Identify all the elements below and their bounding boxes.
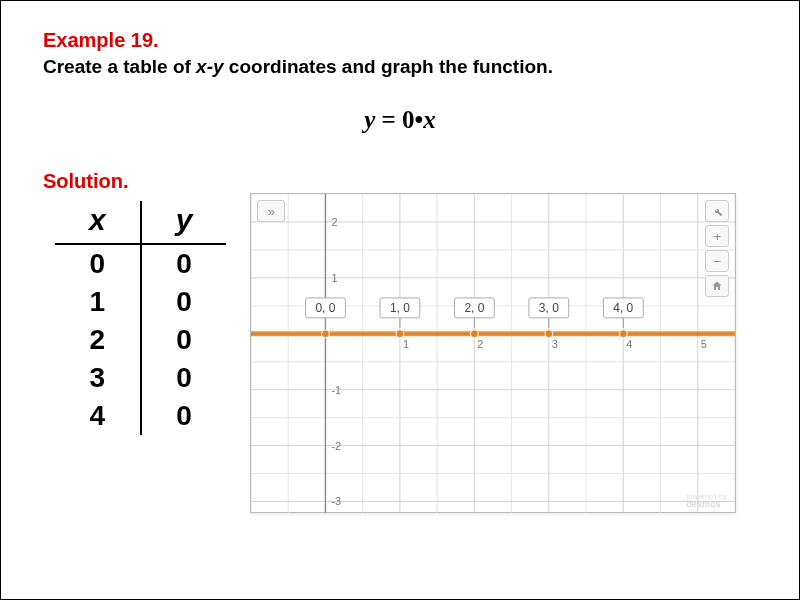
xy-table: x y 00 10 20 30 40 [43, 201, 226, 435]
svg-text:-1: -1 [332, 384, 342, 396]
instruction: Create a table of x-y coordinates and gr… [43, 56, 757, 78]
svg-text:3: 3 [552, 338, 558, 350]
wrench-icon [711, 205, 723, 217]
cell-y: 0 [141, 359, 227, 397]
svg-text:4, 0: 4, 0 [614, 301, 634, 315]
watermark-text: desmos [686, 499, 721, 509]
svg-text:-2: -2 [332, 440, 342, 452]
svg-text:1: 1 [403, 338, 409, 350]
chevron-right-icon: » [268, 204, 275, 219]
zoom-in-button[interactable]: + [705, 225, 729, 247]
zoom-out-button[interactable]: − [705, 250, 729, 272]
svg-text:0, 0: 0, 0 [316, 301, 336, 315]
solution-label: Solution. [43, 170, 757, 193]
svg-point-51 [545, 330, 553, 338]
cell-y: 0 [141, 283, 227, 321]
equation-rhs: x [423, 106, 436, 133]
instruction-suffix: coordinates and graph the function. [224, 56, 553, 77]
instruction-prefix: Create a table of [43, 56, 196, 77]
graph-panel[interactable]: 12345-3-2-1120, 01, 02, 03, 04, 0 » + − … [250, 193, 736, 513]
svg-text:3, 0: 3, 0 [539, 301, 559, 315]
expand-button[interactable]: » [257, 200, 285, 222]
example-title: Example 19. [43, 29, 757, 52]
cell-x: 3 [55, 359, 141, 397]
cell-y: 0 [141, 321, 227, 359]
table-row: 00 [55, 244, 226, 283]
svg-point-39 [322, 330, 330, 338]
svg-text:2: 2 [332, 216, 338, 228]
equation: y = 0•x [43, 106, 757, 134]
graph-svg: 12345-3-2-1120, 01, 02, 03, 04, 0 [251, 194, 735, 513]
svg-text:1, 0: 1, 0 [390, 301, 410, 315]
equation-mid: = 0• [375, 106, 423, 133]
settings-button[interactable] [705, 200, 729, 222]
cell-x: 2 [55, 321, 141, 359]
home-icon [711, 280, 723, 292]
equation-lhs: y [364, 106, 375, 133]
plus-icon: + [714, 229, 722, 244]
table-row: 10 [55, 283, 226, 321]
svg-text:-3: -3 [332, 495, 342, 507]
svg-text:4: 4 [627, 338, 633, 350]
home-button[interactable] [705, 275, 729, 297]
table-row: 30 [55, 359, 226, 397]
table-row: 20 [55, 321, 226, 359]
svg-text:5: 5 [701, 338, 707, 350]
instruction-xy: x-y [196, 56, 223, 77]
svg-point-43 [396, 330, 404, 338]
table-header-y: y [141, 201, 227, 244]
svg-text:2: 2 [478, 338, 484, 350]
cell-x: 0 [55, 244, 141, 283]
table-header-x: x [55, 201, 141, 244]
cell-y: 0 [141, 244, 227, 283]
cell-x: 1 [55, 283, 141, 321]
svg-text:1: 1 [332, 272, 338, 284]
watermark: powered by desmos [686, 493, 727, 509]
cell-y: 0 [141, 397, 227, 435]
svg-point-47 [471, 330, 479, 338]
cell-x: 4 [55, 397, 141, 435]
svg-text:2, 0: 2, 0 [465, 301, 485, 315]
svg-point-55 [620, 330, 628, 338]
minus-icon: − [714, 254, 722, 269]
table-row: 40 [55, 397, 226, 435]
